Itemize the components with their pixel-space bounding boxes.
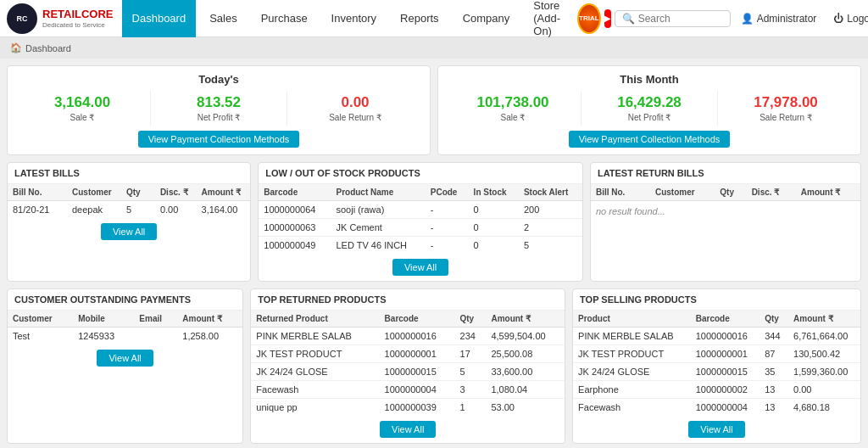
thismonth-view-payment-btn[interactable]: View Payment Collection Methods (569, 131, 731, 148)
thismonth-title: This Month (445, 73, 854, 86)
home-icon: 🏠 (10, 42, 22, 53)
thismonth-netprofit: 16,429.28 Net Profit ₹ (581, 91, 718, 126)
top-returned-col-qty: Qty (455, 311, 487, 328)
table-row: PINK MERBLE SALAB10000000162344,599,504.… (251, 328, 565, 345)
thismonth-netprofit-num: 16,429.28 (585, 94, 714, 111)
latest-return-bills-panel: LATEST RETURN BILLS Bill No. Customer Qt… (590, 162, 861, 282)
nav-purchase[interactable]: Purchase (251, 0, 318, 37)
table-row: unique pp1000000039153.00 (251, 399, 565, 417)
outstanding-col-customer: Customer (8, 311, 73, 328)
latest-bills-title: LATEST BILLS (8, 163, 250, 184)
customer-outstanding-panel: CUSTOMER OUTSTANDING PAYMENTS Customer M… (7, 288, 243, 444)
todays-title: Today's (14, 73, 423, 86)
nav-inventory[interactable]: Inventory (321, 0, 387, 37)
latest-bills-col-customer: Customer (67, 184, 121, 201)
latest-bills-col-billno: Bill No. (8, 184, 67, 201)
todays-salereturn-num: 0.00 (291, 94, 420, 111)
top-selling-title: TOP SELLING PRODUCTS (573, 289, 860, 311)
latest-bills-col-qty: Qty (121, 184, 155, 201)
table-row: PINK MERBLE SALAB10000000163446,761,664.… (573, 328, 860, 345)
thismonth-sale: 101,738.00 Sale ₹ (445, 91, 581, 126)
customer-outstanding-title: CUSTOMER OUTSTANDING PAYMENTS (8, 289, 242, 311)
low-stock-col-barcode: Barcode (259, 184, 331, 201)
top-selling-col-qty: Qty (760, 311, 788, 328)
search-box: 🔍 (615, 10, 731, 27)
nav-company[interactable]: Company (453, 0, 520, 37)
latest-return-bills-table: Bill No. Customer Qty Disc. ₹ Amount ₹ n… (591, 184, 860, 221)
top-returned-col-barcode: Barcode (380, 311, 455, 328)
return-bills-col-billno: Bill No. (591, 184, 650, 201)
todays-card: Today's 3,164.00 Sale ₹ 813.52 Net Profi… (7, 65, 431, 155)
todays-sale-label: Sale ₹ (18, 113, 147, 122)
breadcrumb-path: Dashboard (25, 43, 71, 53)
table-row: 81/20-21deepak50.003,164.00 (8, 201, 250, 219)
top-selling-panel: TOP SELLING PRODUCTS Product Barcode Qty… (572, 288, 861, 444)
username: Administrator (757, 13, 817, 25)
no-result-text: no result found... (591, 201, 860, 222)
low-stock-col-instock: In Stock (469, 184, 519, 201)
navbar: RC RETAILCORE Dedicated to Service Dashb… (0, 0, 868, 37)
table-row: Test12459331,258.00 (8, 328, 242, 345)
nav-reports[interactable]: Reports (390, 0, 449, 37)
thismonth-values: 101,738.00 Sale ₹ 16,429.28 Net Profit ₹… (445, 91, 854, 126)
outstanding-view-all[interactable]: View All (97, 350, 153, 367)
logout-label: Logout (847, 13, 868, 25)
top-returned-view-all[interactable]: View All (380, 421, 436, 438)
low-stock-view-all[interactable]: View All (392, 259, 448, 276)
todays-salereturn: 0.00 Sale Return ₹ (287, 91, 423, 126)
table-row: no result found... (591, 201, 860, 222)
table-row: JK TEST PRODUCT10000000011725,500.08 (251, 345, 565, 363)
outstanding-col-amount: Amount ₹ (177, 311, 242, 328)
low-stock-col-name: Product Name (331, 184, 425, 201)
low-stock-title: LOW / OUT OF STOCK PRODUCTS (259, 163, 582, 184)
nav-store-addon[interactable]: Store (Add-On) (523, 0, 570, 37)
latest-bills-table: Bill No. Customer Qty Disc. ₹ Amount ₹ 8… (8, 184, 250, 218)
row2-panels: LATEST BILLS Bill No. Customer Qty Disc.… (7, 162, 861, 282)
table-row: Facewash1000000004134,680.18 (573, 399, 860, 417)
latest-return-bills-title: LATEST RETURN BILLS (591, 163, 860, 184)
low-stock-panel: LOW / OUT OF STOCK PRODUCTS Barcode Prod… (258, 162, 583, 282)
low-stock-col-alert: Stock Alert (519, 184, 582, 201)
brand-slogan: Dedicated to Service (42, 21, 114, 30)
outstanding-col-email: Email (134, 311, 177, 328)
youtube-button[interactable]: ▶ (604, 9, 611, 28)
thismonth-salereturn-label: Sale Return ₹ (721, 113, 850, 122)
search-input[interactable] (638, 13, 723, 25)
low-stock-table: Barcode Product Name PCode In Stock Stoc… (259, 184, 582, 254)
todays-sale: 3,164.00 Sale ₹ (14, 91, 151, 126)
latest-bills-col-amount: Amount ₹ (197, 184, 251, 201)
todays-netprofit-label: Net Profit ₹ (154, 113, 283, 122)
top-returned-panel: TOP RETURNED PRODUCTS Returned Product B… (250, 288, 565, 444)
top-returned-col-amount: Amount ₹ (486, 311, 565, 328)
top-selling-view-all[interactable]: View All (688, 421, 744, 438)
todays-view-payment-btn[interactable]: View Payment Collection Methods (138, 131, 300, 148)
table-row: Earphone1000000002130.00 (573, 381, 860, 399)
top-returned-title: TOP RETURNED PRODUCTS (251, 289, 565, 311)
top-selling-col-product: Product (573, 311, 691, 328)
top-returned-col-product: Returned Product (251, 311, 379, 328)
table-row: JK 24/24 GLOSE1000000015351,599,360.00 (573, 363, 860, 381)
nav-sales[interactable]: Sales (199, 0, 248, 37)
todays-netprofit: 813.52 Net Profit ₹ (151, 91, 287, 126)
search-icon: 🔍 (622, 13, 635, 25)
nav-dashboard[interactable]: Dashboard (122, 0, 197, 37)
customer-outstanding-table: Customer Mobile Email Amount ₹ Test12459… (8, 311, 242, 344)
todays-sale-num: 3,164.00 (18, 94, 147, 111)
thismonth-salereturn-num: 17,978.00 (721, 94, 850, 111)
latest-bills-panel: LATEST BILLS Bill No. Customer Qty Disc.… (7, 162, 251, 282)
row3-panels: CUSTOMER OUTSTANDING PAYMENTS Customer M… (7, 288, 861, 444)
table-row: Facewash100000000431,080.04 (251, 381, 565, 399)
logout-button[interactable]: ⏻ Logout (826, 13, 868, 25)
return-bills-col-amount: Amount ₹ (796, 184, 860, 201)
return-bills-col-customer: Customer (650, 184, 715, 201)
latest-bills-view-all[interactable]: View All (101, 223, 157, 240)
top-returned-table: Returned Product Barcode Qty Amount ₹ PI… (251, 311, 565, 416)
return-bills-col-qty: Qty (715, 184, 746, 201)
latest-bills-col-disc: Disc. ₹ (155, 184, 197, 201)
thismonth-card: This Month 101,738.00 Sale ₹ 16,429.28 N… (437, 65, 861, 155)
top-selling-col-barcode: Barcode (691, 311, 760, 328)
user-section: 👤 Administrator (734, 13, 824, 25)
brand-logo: RC (7, 3, 37, 34)
user-icon: 👤 (741, 13, 754, 25)
thismonth-sale-label: Sale ₹ (448, 113, 577, 122)
